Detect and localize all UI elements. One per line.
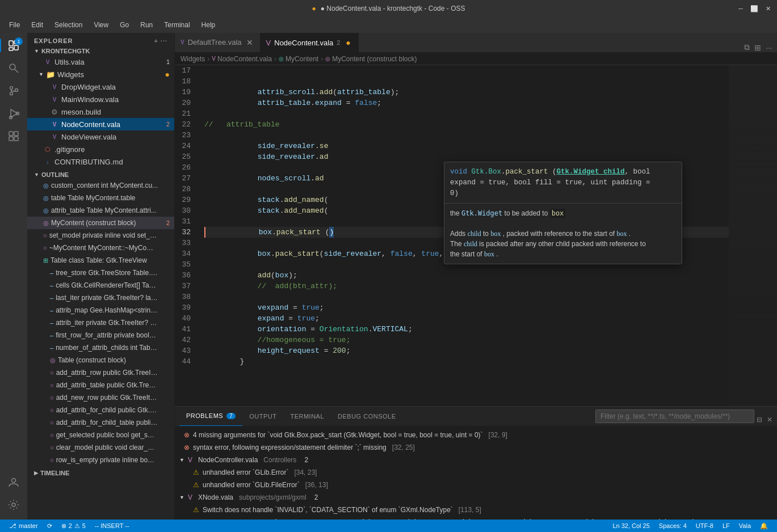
menu-go[interactable]: Go [115,20,133,30]
outline-add-attrib-row[interactable]: ○ add_attrib_row public Gtk.TreeIter... [27,366,174,379]
problem-warning-3[interactable]: ⚠ Switch does not handle `INVALID`, `CDA… [175,504,777,516]
timeline-section[interactable]: ▶ TIMELINE [27,468,174,478]
problem-group-nodecontroller[interactable]: ▼ V NodeController.vala Controllers 2 [175,454,777,466]
panel-tab-debug-console[interactable]: DEBUG CONSOLE [331,406,402,426]
collapse-all-icon[interactable]: ⊟ [757,416,762,424]
breadcrumb-widgets[interactable]: Widgets [180,55,205,63]
outline-mycontent-construct[interactable]: ◎ MyContent (construct block) 2 [27,217,174,229]
status-language[interactable]: Vala [734,520,755,532]
outline-section[interactable]: ▼ OUTLINE [27,170,174,179]
more-editor-actions-icon[interactable]: ··· [766,43,772,52]
menu-selection[interactable]: Selection [50,20,87,30]
file-nodecontent[interactable]: V NodeContent.vala 2 [27,118,174,130]
problem-warning-2[interactable]: ⚠ unhandled error `GLib.FileError` [36, … [175,479,777,491]
chevron-right-icon: ▶ [34,470,38,476]
problem-error-2[interactable]: ⊗ syntax error, following expression/sta… [175,441,777,454]
status-spaces[interactable]: Spaces: 4 [654,520,691,532]
run-debug-activity-icon[interactable] [3,103,24,124]
breadcrumb-nodecontent[interactable]: V NodeContent.vala [212,55,272,63]
outline-attrib-iter[interactable]: – attrib_iter private Gtk.TreeIter? attr… [27,316,174,329]
outline-number-of-attrib[interactable]: – number_of_attrib_childs int Table... [27,341,174,354]
folder-widgets[interactable]: ▼ 📁 Widgets ● [27,68,174,81]
outline-first-row[interactable]: – first_row_for_attrib private bool fi..… [27,329,174,341]
file-meson-build[interactable]: ⚙ meson.build [27,105,174,118]
status-line-ending[interactable]: LF [718,520,734,532]
layout-icon[interactable]: ⊞ [754,43,761,52]
status-bell[interactable]: 🔔 [755,520,772,532]
file-gitignore[interactable]: ⬡ .gitignore [27,143,174,155]
outline-table-construct[interactable]: ◎ Table (construct block) [27,354,174,366]
new-file-icon[interactable]: + [154,37,158,44]
close-panel-icon[interactable]: ✕ [767,416,772,424]
outline-attrib-map[interactable]: – attrib_map Gee.HashMap<string, ... [27,304,174,316]
panel-tab-problems[interactable]: PROBLEMS 7 [179,406,242,426]
explorer-activity-icon[interactable]: 1 [3,35,24,56]
tab-defaulttree[interactable]: V DefaultTree.vala ✕ [175,33,261,52]
filter-box[interactable] [595,409,754,423]
code-editor[interactable]: 17 18 19 20 21 22 23 24 25 26 27 28 29 3… [175,65,777,406]
outline-add-attrib-for-child[interactable]: ○ add_attrib_for_child public Gtk.Tre... [27,404,174,416]
tab-nodecontent[interactable]: V NodeContent.vala 2 ● [261,33,359,52]
problem-location: [32, 25] [392,444,415,451]
outline-mycontent-destructor[interactable]: ○ ~MyContent MyContent::~MyCont... [27,242,174,254]
outline-table[interactable]: ◎ table Table MyContent.table [27,192,174,204]
problem-warning-1[interactable]: ⚠ unhandled error `GLib.Error` [34, 23] [175,466,777,479]
extensions-activity-icon[interactable] [3,126,24,146]
menu-file[interactable]: File [5,20,24,30]
outline-add-attrib-for-child-table[interactable]: ○ add_attrib_for_child_table public G... [27,416,174,429]
outline-attrib-table[interactable]: ◎ attrib_table Table MyContent.attri... [27,204,174,217]
status-encoding[interactable]: UTF-8 [691,520,718,532]
minimize-button[interactable]: ─ [736,4,745,13]
file-utils-vala[interactable]: V Utils.vala 1 [27,56,174,68]
menu-view[interactable]: View [89,20,113,30]
split-editor-icon[interactable]: ⧉ [744,43,750,52]
problem-error-1[interactable]: ⊗ 4 missing arguments for `void Gtk.Box.… [175,429,777,441]
outline-get-selected[interactable]: ○ get_selected public bool get_selec... [27,429,174,441]
settings-activity-icon[interactable] [3,495,24,515]
status-branch[interactable]: ⎇ master [5,520,43,532]
outline-add-new-row[interactable]: ○ add_new_row public Gtk.TreeIter a... [27,391,174,404]
outline-add-attrib-table[interactable]: ○ add_attrib_table public Gtk.TreeIte... [27,379,174,391]
breadcrumb-mycontent[interactable]: ◎ MyContent [279,55,318,63]
close-button[interactable]: ✕ [763,4,772,13]
tab-modified-indicator[interactable]: ● [343,38,352,47]
file-nodeviewer[interactable]: V NodeViewer.vala [27,130,174,143]
outline-clear-model[interactable]: ○ clear_model public void clear_mod... [27,441,174,454]
more-actions-icon[interactable]: ··· [161,37,167,44]
file-name: Utils.vala [54,58,85,66]
outline-cells[interactable]: – cells Gtk.CellRendererText[] Table.c..… [27,279,174,292]
problem-group-xnode[interactable]: ▼ V XNode.vala subprojects/gxml/gxml 2 [175,491,777,504]
file-contributing[interactable]: ↓ CONTRIBUTING.md [27,155,174,168]
status-line-col[interactable]: Ln 32, Col 25 [608,520,654,532]
tab-close-button[interactable]: ✕ [245,38,254,47]
filter-input[interactable] [600,412,749,420]
editor-mode: -- INSERT -- [95,522,129,529]
output-tab-label: OUTPUT [249,413,276,420]
account-activity-icon[interactable] [3,472,24,492]
krontechgtk-section[interactable]: ▼ KRONTECHGTK [27,47,174,56]
outline-tree-store[interactable]: – tree_store Gtk.TreeStore Table.tre... [27,267,174,279]
code-line-37: // add(btn_attr); [204,281,729,292]
panel-tab-terminal[interactable]: TERMINAL [283,406,331,426]
outline-last-iter[interactable]: – last_iter private Gtk.TreeIter? last_.… [27,292,174,304]
outline-set-model[interactable]: ○ set_model private inline void set_m... [27,229,174,242]
menu-help[interactable]: Help [197,20,220,30]
menu-run[interactable]: Run [136,20,157,30]
source-control-activity-icon[interactable] [3,81,24,101]
status-mode[interactable]: -- INSERT -- [90,520,134,532]
code-content[interactable]: attrib_scroll.add(attrib_table); attrib_… [200,65,729,406]
menu-edit[interactable]: Edit [27,20,48,30]
search-activity-icon[interactable] [3,58,24,78]
status-sync[interactable]: ⟳ [43,520,57,532]
file-dropwidget[interactable]: V DropWidget.vala [27,81,174,93]
panel-tab-output[interactable]: OUTPUT [242,406,283,426]
breadcrumb-construct[interactable]: ◎ MyContent (construct block) [325,55,417,63]
svg-rect-16 [14,137,18,141]
maximize-button[interactable]: ⬜ [750,4,759,13]
outline-row-is-empty[interactable]: ○ row_is_empty private inline bool r... [27,454,174,466]
menu-terminal[interactable]: Terminal [159,20,194,30]
outline-table-class[interactable]: ⊞ Table class Table: Gtk.TreeView [27,254,174,267]
outline-custom-content[interactable]: ◎ custom_content int MyContent.cu... [27,179,174,192]
status-errors[interactable]: ⊗ 2 ⚠ 5 [57,520,90,532]
file-mainwindow[interactable]: V MainWindow.vala [27,93,174,105]
